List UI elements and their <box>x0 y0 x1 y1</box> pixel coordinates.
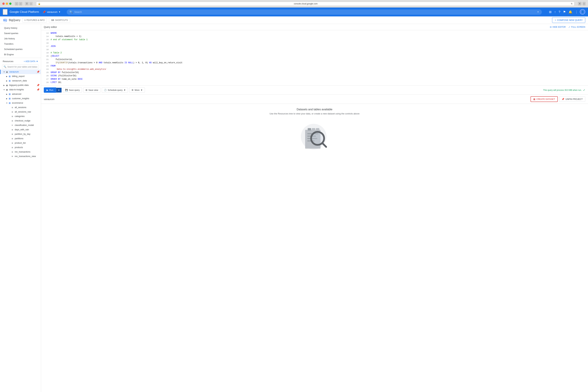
create-dataset-button[interactable]: ▦ CREATE DATASET <box>530 96 558 102</box>
mac-newtab-button[interactable]: + <box>582 2 586 6</box>
partition-by-day-label: partition_by_day <box>15 133 41 135</box>
search-datasets-input[interactable] <box>7 66 37 68</box>
tree-table-products-row[interactable]: ⊞ products <box>0 145 41 150</box>
sidebar-item-transfers[interactable]: Transfers <box>0 41 41 46</box>
search-datasets[interactable]: 🔍 <box>2 65 39 69</box>
mac-minimize-dot[interactable] <box>6 2 8 5</box>
code-line-15: 15 # end of statement for table 1 <box>41 38 588 42</box>
code-line-22: 22 IF(COUNTIF(totals.transactions > 0 AN… <box>41 61 588 64</box>
tree-project-bigquery-public-data-row[interactable]: ▶ ◉ bigquery-public-data 📌 <box>0 83 41 88</box>
advanced-label: advanced <box>12 93 41 95</box>
ecommerce-expand-icon[interactable]: ▼ <box>6 102 8 104</box>
tree-table-rev-transactions-row[interactable]: ⊞ rev_transactions <box>0 150 41 154</box>
vanaurum-expand-icon[interactable]: ▼ <box>3 70 6 73</box>
bigquery-public-data-expand-icon[interactable]: ▶ <box>3 84 6 86</box>
schedule-query-button[interactable]: 🕐 Schedule query ▼ <box>102 88 128 93</box>
sidebar-item-job-history[interactable]: Job history <box>0 36 41 41</box>
settings-icon[interactable]: ⋮ <box>574 9 579 15</box>
global-search[interactable]: 🔍 ▼ <box>67 10 542 15</box>
tree-dataset-customer-insights-row[interactable]: ▶ ▦ customer_insights <box>0 96 41 101</box>
tree-dataset-vanaurum-data-row[interactable]: ▶ ▦ vanaurum_data <box>0 78 41 83</box>
all-sessions-label: all_sessions <box>15 106 41 108</box>
mac-tab-duplicate-button[interactable]: □ <box>30 2 33 6</box>
billing-export-expand-icon[interactable]: ▶ <box>6 75 8 78</box>
mac-share-button[interactable]: ⬆ <box>578 2 582 6</box>
hide-editor-button[interactable]: ⊟ HIDE EDITOR <box>550 26 566 28</box>
apps-icon[interactable]: ⊞ <box>548 9 552 15</box>
data-to-insights-pin-icon[interactable]: 📌 <box>36 88 41 91</box>
project-selector[interactable]: 📌 vanaurum ▼ <box>42 10 60 14</box>
mac-close-dot[interactable] <box>2 2 4 5</box>
view-icon: ⊞ <box>86 89 88 91</box>
vanaurum-data-expand-icon[interactable]: ▶ <box>6 79 8 82</box>
sidebar: Query history Saved queries Job history … <box>0 24 41 392</box>
add-data-button[interactable]: + ADD DATA ▼ <box>24 60 38 62</box>
bigquery-public-data-pin-icon[interactable]: 📌 <box>36 84 41 86</box>
save-query-button[interactable]: 💾 Save query <box>63 88 82 93</box>
categories-table-icon: ⊞ <box>11 115 14 118</box>
billing-export-dataset-icon: ▦ <box>8 75 11 78</box>
tree-table-categories-row[interactable]: ⊞ categories <box>0 114 41 118</box>
more-button[interactable]: ⚙ More ▼ <box>129 88 145 93</box>
search-dropdown-icon[interactable]: ▼ <box>537 11 539 13</box>
tree-project-vanaurum-row[interactable]: ▼ ◉ vanaurum 📌 <box>0 70 41 74</box>
code-editor[interactable]: 13 WHERE 14 totals.newVisits = 1) 15 # e… <box>41 30 588 86</box>
features-info-button[interactable]: ℹ FEATURES & INFO <box>22 18 47 22</box>
code-line-28: 28 LIMIT 10; <box>41 81 588 84</box>
address-refresh-icon[interactable]: ↻ <box>571 2 572 5</box>
info-icon: ℹ <box>25 19 26 22</box>
tree-model-classification-model-row[interactable]: ⊟ classification_model <box>0 123 41 128</box>
tree-table-partitions-row[interactable]: ⊞ partitions <box>0 136 41 141</box>
customer-insights-expand-icon[interactable]: ▶ <box>6 97 8 100</box>
data-to-insights-expand-icon[interactable]: ▼ <box>3 88 6 91</box>
tree-project-data-to-insights-row[interactable]: ▼ ◉ data-to-insights 📌 <box>0 88 41 92</box>
run-button[interactable]: ▶ Run <box>44 88 56 93</box>
bigquery-title: BigQuery <box>9 19 20 22</box>
code-line-25: 25 GROUP BY fullvisitorId) <box>41 71 588 74</box>
address-bar[interactable]: 🔒 console.cloud.google.com ↻ <box>36 2 574 6</box>
mac-maximize-dot[interactable] <box>9 2 12 5</box>
sidebar-item-query-history[interactable]: Query history <box>0 25 41 30</box>
transfer-icon[interactable]: ↑ <box>553 9 557 15</box>
notifications-icon[interactable]: 🔔 <box>568 9 573 15</box>
compose-new-query-button[interactable]: + COMPOSE NEW QUERY <box>552 17 585 23</box>
user-avatar[interactable]: 👤 <box>580 9 585 14</box>
query-process-info: This query will process 39.9 MB when run… <box>543 88 585 92</box>
project-name-label: vanaurum <box>44 98 530 100</box>
tree-view-rev-transactions-view-row[interactable]: ⊠ rev_transactions_view <box>0 154 41 158</box>
selected-border <box>0 70 0 74</box>
hamburger-menu-icon[interactable]: ☰ <box>3 9 8 15</box>
tree-dataset-ecommerce-row[interactable]: ▼ ▦ ecommerce <box>0 101 41 105</box>
help-icon[interactable]: ? <box>558 9 561 15</box>
partitions-label: partitions <box>15 137 41 140</box>
tree-table-all-sessions-raw-row[interactable]: ⊞ all_sessions_raw <box>0 110 41 114</box>
tree-table-checkout-nudge-row[interactable]: ⊞ checkout_nudge <box>0 118 41 123</box>
advanced-expand-icon[interactable]: ▶ <box>6 93 8 96</box>
tree-table-partition-by-day-row[interactable]: ⊞ partition_by_day <box>0 132 41 136</box>
schedule-icon: 🕐 <box>104 89 107 91</box>
tree-table-all-sessions-row[interactable]: ⊞ all_sessions <box>0 105 41 110</box>
code-line-13: 13 WHERE <box>41 32 588 35</box>
svg-rect-9 <box>308 128 311 130</box>
checkout-nudge-expand-placeholder <box>8 120 11 122</box>
sidebar-item-scheduled-queries[interactable]: Scheduled queries <box>0 46 41 52</box>
run-button-group: ▶ Run ▼ <box>44 88 62 93</box>
sidebar-item-bi-engine[interactable]: BI Engine <box>0 52 41 57</box>
mac-back-button[interactable]: ‹ <box>15 2 18 6</box>
unpin-project-button[interactable]: 📌 UNPIN PROJECT <box>559 96 585 102</box>
days-with-rain-table-icon: ⊞ <box>11 128 14 131</box>
search-input[interactable] <box>74 10 536 13</box>
tree-table-days-with-rain-row[interactable]: ⊞ days_with_rain <box>0 128 41 132</box>
save-view-button[interactable]: ⊞ Save view <box>83 88 100 93</box>
mac-forward-button[interactable]: › <box>19 2 22 6</box>
sidebar-item-saved-queries[interactable]: Saved queries <box>0 30 41 36</box>
shortcuts-button[interactable]: ⌨ SHORTCUTS <box>49 18 70 22</box>
tree-dataset-advanced-row[interactable]: ▶ ▦ advanced <box>0 92 41 96</box>
tree-table-product-list-row[interactable]: ⊞ product_list <box>0 141 41 145</box>
fullscreen-button[interactable]: ⤢ FULL SCREEN <box>568 26 585 28</box>
support-icon[interactable]: ⚑ <box>562 9 567 15</box>
tree-dataset-billing-export-row[interactable]: ▶ ▦ billing_export <box>0 74 41 78</box>
run-dropdown-button[interactable]: ▼ <box>56 88 62 92</box>
mac-tab-overview-button[interactable]: ☰ <box>25 2 29 6</box>
vanaurum-pin-icon[interactable]: 📌 <box>36 70 41 73</box>
